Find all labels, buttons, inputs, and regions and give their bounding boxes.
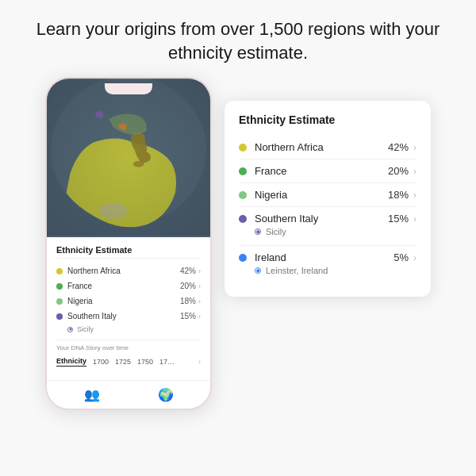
phone-section-title: Ethnicity Estimate (56, 245, 201, 259)
nav-people-icon[interactable]: 👥 (84, 387, 100, 402)
nav-globe-icon[interactable]: 🌍 (158, 387, 174, 402)
phone-map (47, 79, 210, 237)
card-row-ireland: Ireland 5% › Leinster, Ireland (239, 246, 416, 284)
phone-wrapper: Ethnicity Estimate Northern Africa 42% ›… (45, 77, 212, 410)
phone-notch (105, 83, 152, 94)
ethnicity-card: Ethnicity Estimate Northern Africa 42% ›… (225, 101, 431, 297)
phone-content: Ethnicity Estimate Northern Africa 42% ›… (47, 237, 210, 380)
phone-row-3: Southern Italy 15% › (56, 309, 201, 324)
phone-row-2: Nigeria 18% › (56, 294, 201, 309)
phone-bottom-nav: 👥 🌍 (47, 380, 210, 409)
phone-sub-sicily: Sicily (56, 324, 201, 335)
phone: Ethnicity Estimate Northern Africa 42% ›… (45, 77, 212, 410)
headline: Learn your origins from over 1,500 regio… (0, 0, 476, 77)
card-row-nigeria: Nigeria 18% › (239, 183, 416, 207)
phone-row-0: Northern Africa 42% › (56, 263, 201, 278)
svg-rect-3 (47, 80, 210, 236)
card-row-france: France 20% › (239, 159, 416, 183)
card-title: Ethnicity Estimate (239, 113, 416, 126)
phone-row-1: France 20% › (56, 278, 201, 294)
phone-dna-bar: Your DNA Story over time (56, 340, 201, 351)
card-row-southern-italy: Southern Italy 15% › Sicily (239, 207, 416, 246)
card-row-northern-africa: Northern Africa 42% › (239, 136, 416, 159)
